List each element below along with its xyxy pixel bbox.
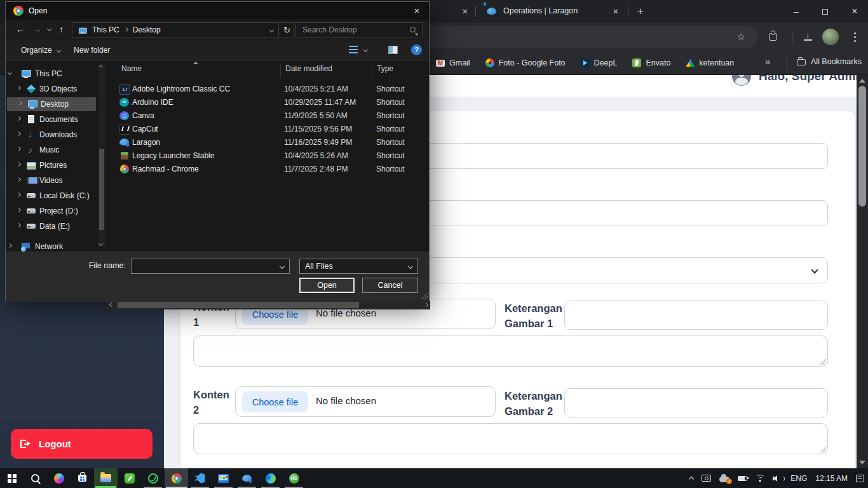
scrollbar-thumb[interactable] xyxy=(858,86,866,207)
scroll-down-icon[interactable] xyxy=(859,461,865,464)
chevron-right-icon[interactable] xyxy=(17,116,21,121)
konten1-textarea[interactable] xyxy=(193,336,828,367)
clock[interactable]: 12:15 AM xyxy=(815,474,848,483)
scroll-left-icon[interactable] xyxy=(109,302,114,307)
chevron-right-icon[interactable] xyxy=(17,147,21,151)
search-input[interactable] xyxy=(301,24,403,36)
column-divider2[interactable] xyxy=(372,64,372,78)
chevron-right-icon[interactable] xyxy=(8,243,12,248)
keterangan2-input[interactable] xyxy=(564,388,828,417)
file-name-input[interactable] xyxy=(134,261,274,272)
taskbar-notes-button[interactable] xyxy=(118,468,141,488)
tree-item-videos[interactable]: Videos xyxy=(6,173,106,187)
new-tab-button[interactable]: + xyxy=(634,5,647,18)
refresh-icon[interactable]: ↻ xyxy=(280,22,294,37)
tree-scroll-up-icon[interactable] xyxy=(98,65,103,69)
cancel-button[interactable]: Cancel xyxy=(362,278,418,293)
volume-icon[interactable] xyxy=(773,475,782,482)
tree-item-this-pc[interactable]: This PC xyxy=(6,67,106,81)
tree-item-music[interactable]: Music xyxy=(6,143,106,157)
preview-pane-icon[interactable] xyxy=(388,46,398,54)
window-minimize-button[interactable]: – xyxy=(787,4,806,19)
tree-scrollbar[interactable] xyxy=(98,64,105,247)
forward-icon[interactable]: → xyxy=(32,24,41,34)
logout-button[interactable]: Logout xyxy=(11,429,153,459)
all-bookmarks-button[interactable]: All Bookmarks xyxy=(797,57,862,66)
file-row-capcut[interactable]: CapCut11/15/2025 9:56 PMShortcut xyxy=(107,123,430,136)
action-center-icon[interactable] xyxy=(856,475,864,482)
file-row-arduino-ide[interactable]: Arduino IDE10/29/2025 11:47 AMShortcut xyxy=(107,96,430,109)
file-row-legacy-launcher-stable[interactable]: Legacy Launcher Stable10/4/2025 5:26 AMS… xyxy=(107,149,430,163)
tab-title[interactable]: Operations | Laragon xyxy=(503,6,578,15)
file-name-combobox[interactable] xyxy=(131,259,290,274)
bookmark-deepl[interactable]: DeepL xyxy=(581,58,618,67)
organize-button[interactable]: Organize xyxy=(21,46,60,55)
battery-icon[interactable] xyxy=(738,476,747,481)
taskbar-edge-button[interactable] xyxy=(259,468,282,488)
chevron-right-icon[interactable] xyxy=(17,223,21,227)
file-row-adobe-lightroom-classic-cc[interactable]: Adobe Lightroom Classic CC10/4/2025 5:21… xyxy=(107,83,430,96)
tree-scroll-down-icon[interactable] xyxy=(98,241,103,246)
profile-avatar[interactable] xyxy=(822,29,839,45)
language-indicator[interactable]: ENG xyxy=(790,474,807,483)
user-avatar[interactable] xyxy=(732,75,751,86)
hscroll-thumb[interactable] xyxy=(118,302,359,308)
open-button[interactable]: Open xyxy=(299,278,355,293)
tree-item-project-d[interactable]: Project (D:) xyxy=(6,204,106,218)
tree-scroll-thumb[interactable] xyxy=(99,149,104,230)
bookmarks-overflow-icon[interactable]: » xyxy=(765,56,770,67)
taskbar-store-button[interactable] xyxy=(71,468,94,488)
downloads-icon[interactable] xyxy=(803,30,813,41)
taskbar-start-button[interactable] xyxy=(0,468,24,488)
chevron-right-icon[interactable] xyxy=(17,193,21,197)
tree-item-pictures[interactable]: Pictures xyxy=(6,158,106,172)
tray-chevron-up-icon[interactable] xyxy=(689,477,694,482)
file-name-chevron-icon[interactable] xyxy=(280,264,285,269)
address-dropdown-icon[interactable] xyxy=(269,27,274,32)
cast-icon[interactable] xyxy=(702,475,711,482)
page-scrollbar[interactable] xyxy=(857,75,868,468)
scroll-up-icon[interactable] xyxy=(859,79,865,83)
tab1-close-icon[interactable]: × xyxy=(459,6,471,17)
tree-item-desktop[interactable]: Desktop xyxy=(7,97,96,111)
wifi-icon[interactable] xyxy=(756,475,764,482)
breadcrumb[interactable]: This PC Desktop xyxy=(72,22,279,37)
taskbar-chrome-button[interactable] xyxy=(165,468,188,488)
breadcrumb-chevron-icon[interactable] xyxy=(124,27,128,32)
bookmark-gmail[interactable]: Gmail xyxy=(436,58,470,67)
chevron-down-icon[interactable] xyxy=(8,71,12,75)
chevron-right-icon[interactable] xyxy=(17,132,21,136)
up-icon[interactable]: ↑ xyxy=(59,24,64,34)
breadcrumb-root[interactable]: This PC xyxy=(92,25,119,34)
file-row-rachmad-chrome[interactable]: Rachmad - Chrome11/7/2025 2:48 PMShortcu… xyxy=(107,163,430,176)
taskbar-search-button[interactable] xyxy=(24,468,47,488)
tree-item-3d-objects[interactable]: 3D Objects xyxy=(6,82,106,96)
tab2-close-icon[interactable]: × xyxy=(610,6,621,17)
history-chevron-icon[interactable] xyxy=(47,27,51,31)
bookmark-star-icon[interactable]: ☆ xyxy=(737,31,745,43)
chevron-right-icon[interactable] xyxy=(17,162,21,166)
konten2-file-input[interactable]: Choose file No file chosen xyxy=(235,386,496,417)
chevron-right-icon[interactable] xyxy=(17,177,21,182)
bookmark-ketentuan[interactable]: ketentuan xyxy=(686,58,734,67)
breadcrumb-current[interactable]: Desktop xyxy=(133,25,161,34)
bookmark-envato[interactable]: Envato xyxy=(632,58,670,67)
taskbar-vscode-button[interactable] xyxy=(188,468,212,488)
taskbar-media-app-button[interactable] xyxy=(212,468,235,488)
tree-item-documents[interactable]: Documents xyxy=(6,112,106,126)
browser-menu-icon[interactable] xyxy=(854,36,856,38)
file-row-canva[interactable]: Canva11/9/2025 5:50 AMShortcut xyxy=(107,109,430,123)
dialog-close-icon[interactable]: × xyxy=(410,4,424,17)
window-maximize-button[interactable] xyxy=(815,4,834,19)
new-folder-button[interactable]: New folder xyxy=(74,46,110,55)
back-icon[interactable]: ← xyxy=(16,24,25,34)
column-date-modified[interactable]: Date modified xyxy=(285,64,332,73)
window-close-button[interactable]: × xyxy=(845,4,864,19)
taskbar-whatsapp-button[interactable] xyxy=(141,468,165,488)
view-chevron-icon[interactable] xyxy=(363,48,368,52)
address-bar[interactable]: ☆ xyxy=(381,26,758,48)
tree-item-downloads[interactable]: Downloads xyxy=(6,128,106,142)
file-row-laragon[interactable]: Laragon11/16/2025 9:49 PMShortcut xyxy=(107,136,430,149)
help-icon[interactable]: ? xyxy=(411,44,422,55)
taskbar-laragon-button[interactable] xyxy=(235,468,259,488)
